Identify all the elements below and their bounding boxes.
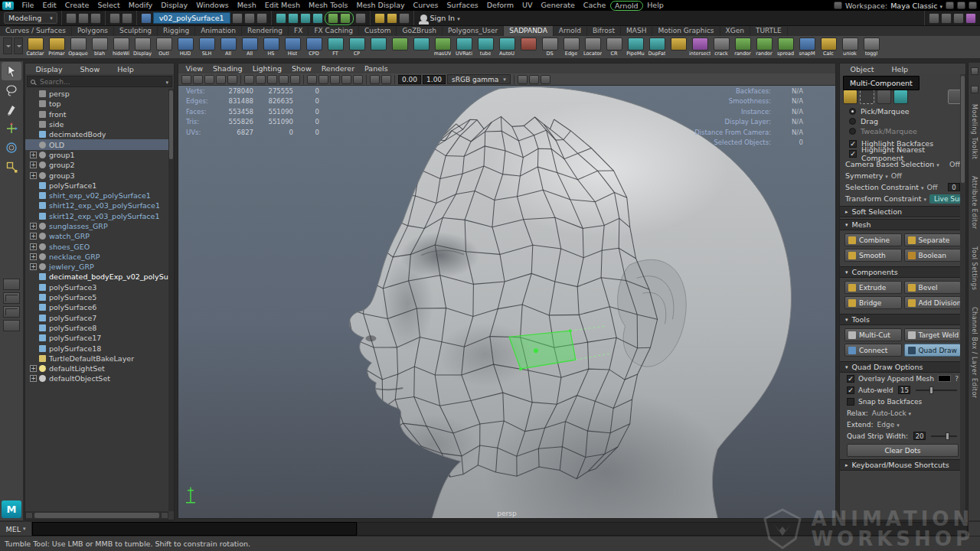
component-tool-button[interactable]: Bevel: [904, 281, 962, 294]
construction-history-icon[interactable]: [355, 13, 366, 24]
shelf-tab[interactable]: TURTLE: [750, 26, 788, 36]
outliner-menu-item[interactable]: Show: [76, 65, 104, 73]
wireframe-mode-icon[interactable]: [244, 75, 254, 84]
layout-four-pane-button[interactable]: [3, 292, 20, 304]
shelf-tab[interactable]: Curves / Surfaces: [0, 26, 72, 36]
resolution-gate-icon[interactable]: [307, 75, 317, 84]
clear-dots-button[interactable]: Clear Dots: [847, 444, 959, 457]
menu-set-select[interactable]: Modeling: [4, 12, 57, 24]
soft-selection-section-header[interactable]: Soft Selection: [840, 206, 965, 217]
menu-item[interactable]: Modify: [124, 1, 156, 11]
radio-option[interactable]: Drag: [840, 116, 965, 126]
selection-constraint-row[interactable]: Selection Constraint Off 0: [840, 181, 965, 193]
move-tool[interactable]: [2, 119, 21, 138]
extend-row[interactable]: Extend: Edge: [840, 419, 965, 430]
outliner-item[interactable]: persp: [25, 89, 168, 99]
perspective-viewport[interactable]: ViewShadingLightingShowRendererPanels 0.…: [178, 63, 836, 519]
mesh-tool-button[interactable]: Combine: [844, 233, 902, 246]
quad-strip-width-row[interactable]: Quad Strip Width: 20: [840, 430, 965, 442]
shelf-button[interactable]: UVRati: [453, 37, 475, 57]
viewport-canvas[interactable]: Verts: 278040 275555 0 Edges: 831488 826…: [178, 86, 835, 518]
shelf-menu-icon[interactable]: [3, 37, 12, 54]
shelf-tab[interactable]: Custom: [359, 26, 397, 36]
auto-weld-row[interactable]: Auto-weld 15: [840, 384, 965, 396]
anti-aliasing-icon[interactable]: [541, 75, 550, 84]
shelf-button[interactable]: tube: [475, 37, 496, 57]
isolate-select-icon[interactable]: [370, 75, 380, 84]
menu-item[interactable]: Select: [93, 1, 124, 11]
outliner-item[interactable]: OLD: [25, 139, 168, 149]
expand-toggle-icon[interactable]: [30, 263, 37, 270]
render-icon[interactable]: [374, 13, 385, 24]
sidebar-attribute-editor-icon[interactable]: [941, 13, 952, 24]
viewport-menu-item[interactable]: Show: [288, 64, 316, 73]
mel-input[interactable]: [32, 522, 357, 536]
outliner-item[interactable]: watch_GRP: [25, 231, 168, 241]
shortcuts-section-header[interactable]: Keyboard/Mouse Shortcuts: [840, 459, 965, 471]
transform-constraint-row[interactable]: Transform Constraint Live Surface: [840, 193, 965, 204]
menu-item[interactable]: Edit Mesh: [260, 1, 304, 11]
shelf-button[interactable]: Locator: [582, 37, 603, 57]
layout-hypershade-button[interactable]: [3, 320, 20, 331]
live-surface-icon[interactable]: [340, 13, 351, 24]
shelf-button[interactable]: toggl: [861, 37, 882, 57]
menu-item[interactable]: UV: [518, 1, 537, 11]
outliner-search[interactable]: [27, 76, 172, 87]
viewport-menu-item[interactable]: Panels: [361, 64, 393, 73]
workspace-select[interactable]: Maya Classic: [890, 2, 942, 10]
mtk-scrollbar[interactable]: [960, 74, 965, 520]
overlay-append-mesh-row[interactable]: Overlay Append Mesh ?: [840, 373, 965, 384]
rotate-tool[interactable]: [2, 139, 21, 157]
sign-in-button[interactable]: Sign In: [414, 14, 466, 22]
shelf-button[interactable]: Calc: [818, 37, 839, 57]
outliner-item[interactable]: group1: [25, 150, 168, 160]
shelf-button[interactable]: Opaque: [67, 37, 89, 57]
checkbox-icon[interactable]: [847, 375, 854, 383]
snap-plane-icon[interactable]: [312, 13, 323, 24]
new-scene-icon[interactable]: [66, 13, 77, 24]
outliner-item[interactable]: shirt12_exp_v03_polySurface1: [25, 201, 168, 210]
shelf-tab[interactable]: MASH: [621, 26, 652, 36]
modeling-tool-button[interactable]: Quad Draw: [904, 344, 962, 357]
shelf-tab[interactable]: GoZBrush: [397, 26, 443, 36]
expand-toggle-icon[interactable]: [30, 100, 37, 107]
outliner-item[interactable]: group2: [25, 160, 168, 170]
scroll-right-icon[interactable]: [161, 512, 168, 519]
view-transform-select[interactable]: sRGB gamma: [447, 74, 511, 84]
script-editor-icon[interactable]: [968, 522, 980, 536]
help-button[interactable]: ?: [955, 375, 959, 383]
viewport-menu-item[interactable]: View: [181, 64, 207, 73]
shelf-button[interactable]: blah: [89, 37, 110, 57]
expand-toggle-icon[interactable]: [30, 121, 37, 128]
component-tool-button[interactable]: Bridge: [844, 296, 902, 309]
shelf-button[interactable]: randor: [753, 37, 775, 57]
selection-mask-icon[interactable]: [141, 13, 152, 24]
command-result-area[interactable]: [357, 522, 968, 536]
field-chart-icon[interactable]: [330, 75, 340, 84]
snap-grid-icon[interactable]: [276, 13, 286, 24]
expand-toggle-icon[interactable]: [30, 345, 37, 352]
menu-item[interactable]: File: [18, 1, 38, 11]
command-language-select[interactable]: MEL: [0, 522, 32, 536]
expand-toggle-icon[interactable]: [30, 304, 37, 311]
outliner-item[interactable]: TurtleDefaultBakeLayer: [25, 354, 168, 364]
checkbox-icon[interactable]: [847, 386, 854, 394]
shelf-button[interactable]: PipeMu: [625, 37, 646, 57]
xray-icon[interactable]: [381, 75, 391, 84]
component-tool-button[interactable]: Extrude: [844, 281, 902, 294]
outliner-item[interactable]: defaultLightSet: [25, 364, 168, 373]
modeling-tool-button[interactable]: Multi-Cut: [844, 328, 902, 341]
shelf-tab[interactable]: XGen: [720, 26, 750, 36]
shelf-edit-icon[interactable]: [14, 37, 23, 54]
gate-mask-icon[interactable]: [318, 75, 328, 84]
window-layout-icon[interactable]: [946, 2, 954, 9]
shelf-button[interactable]: intersect: [689, 37, 710, 57]
expand-toggle-icon[interactable]: [30, 223, 37, 230]
outliner-item[interactable]: side: [25, 119, 168, 129]
ipr-render-icon[interactable]: [387, 13, 397, 24]
menu-item[interactable]: Mesh Tools: [305, 1, 352, 11]
shelf-button[interactable]: [389, 37, 410, 57]
shelf-tab[interactable]: Polygons_User: [443, 26, 504, 36]
exposure-field[interactable]: 0.00: [398, 75, 421, 84]
menu-item[interactable]: Windows: [192, 1, 233, 11]
